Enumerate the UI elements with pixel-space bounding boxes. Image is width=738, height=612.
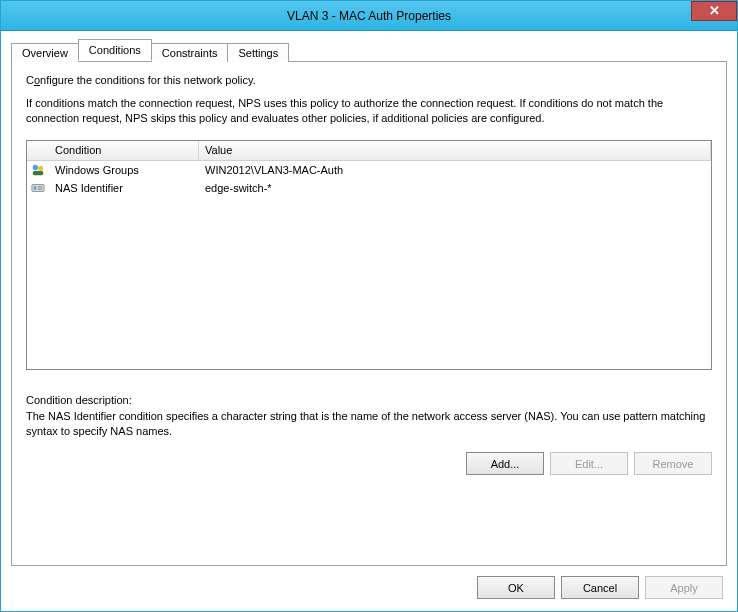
row-icon-cell	[27, 162, 49, 178]
tabpanel-conditions: Configure the conditions for this networ…	[11, 61, 727, 566]
svg-rect-4	[34, 186, 37, 190]
window-title: VLAN 3 - MAC Auth Properties	[1, 9, 737, 23]
dialog-buttons: OK Cancel Apply	[11, 566, 727, 601]
tab-settings[interactable]: Settings	[227, 43, 289, 62]
header-condition[interactable]: Condition	[49, 141, 199, 160]
condition-description-text: The NAS Identifier condition specifies a…	[26, 409, 712, 439]
row-condition: NAS Identifier	[49, 181, 199, 195]
remove-button[interactable]: Remove	[634, 452, 712, 475]
windows-groups-icon	[31, 163, 45, 177]
tab-constraints[interactable]: Constraints	[151, 43, 229, 62]
configure-instruction: Configure the conditions for this networ…	[26, 74, 712, 86]
close-icon: ✕	[709, 3, 720, 18]
svg-rect-6	[38, 188, 42, 189]
condition-description-label: Condition description:	[26, 394, 712, 406]
configure-pre: C	[26, 74, 34, 86]
table-row[interactable]: Windows Groups WIN2012\VLAN3-MAC-Auth	[27, 161, 711, 179]
tab-conditions[interactable]: Conditions	[78, 39, 152, 61]
table-row[interactable]: NAS Identifier edge-switch-*	[27, 179, 711, 197]
conditions-listview[interactable]: Condition Value Windows Groups	[26, 140, 712, 370]
svg-point-0	[33, 164, 38, 169]
close-button[interactable]: ✕	[691, 1, 737, 21]
match-description: If conditions match the connection reque…	[26, 96, 712, 126]
condition-buttons: Add... Edit... Remove	[26, 452, 712, 475]
header-icon-col[interactable]	[27, 141, 49, 160]
row-icon-cell	[27, 180, 49, 196]
tabstrip: Overview Conditions Constraints Settings	[11, 39, 727, 61]
listview-header: Condition Value	[27, 141, 711, 161]
svg-rect-2	[33, 171, 44, 175]
row-condition: Windows Groups	[49, 163, 199, 177]
svg-rect-5	[38, 186, 42, 187]
properties-window: VLAN 3 - MAC Auth Properties ✕ Overview …	[0, 0, 738, 612]
svg-point-1	[38, 165, 43, 170]
configure-post: nfigure the conditions for this network …	[40, 74, 256, 86]
row-value: edge-switch-*	[199, 181, 711, 195]
header-value[interactable]: Value	[199, 141, 711, 160]
add-button[interactable]: Add...	[466, 452, 544, 475]
tab-overview[interactable]: Overview	[11, 43, 79, 62]
client-area: Overview Conditions Constraints Settings…	[1, 31, 737, 611]
cancel-button[interactable]: Cancel	[561, 576, 639, 599]
ok-button[interactable]: OK	[477, 576, 555, 599]
titlebar: VLAN 3 - MAC Auth Properties ✕	[1, 1, 737, 31]
edit-button[interactable]: Edit...	[550, 452, 628, 475]
nas-identifier-icon	[31, 181, 45, 195]
row-value: WIN2012\VLAN3-MAC-Auth	[199, 163, 711, 177]
apply-button[interactable]: Apply	[645, 576, 723, 599]
